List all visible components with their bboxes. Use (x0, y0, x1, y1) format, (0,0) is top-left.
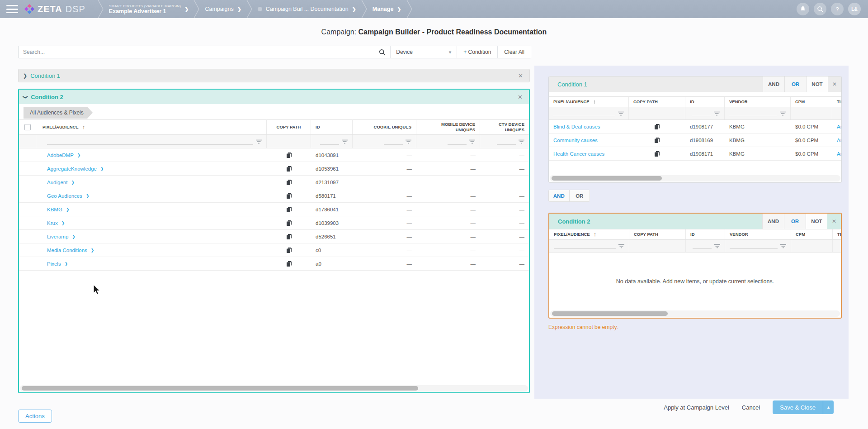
horizontal-scrollbar[interactable] (550, 310, 840, 317)
and-operator-button[interactable]: AND (762, 214, 784, 229)
column-header-id[interactable]: ID (685, 97, 725, 107)
search-icon[interactable] (379, 49, 386, 56)
not-operator-button[interactable]: NOT (806, 214, 827, 229)
column-header-copy-path[interactable]: COPY PATH (629, 229, 686, 239)
sort-ascending-icon[interactable]: ↑ (594, 231, 597, 238)
pixel-audience-link[interactable]: Media Conditions (47, 248, 87, 253)
caret-up-icon[interactable]: ▲ (823, 400, 834, 414)
column-header-vendor[interactable]: VENDOR (725, 229, 791, 239)
filter-input[interactable] (730, 248, 778, 249)
filter-input[interactable] (554, 248, 616, 249)
horizontal-scrollbar[interactable] (20, 385, 528, 391)
search-input[interactable] (23, 49, 379, 55)
pixel-audience-link[interactable]: Health Cancer causes (553, 151, 604, 157)
filter-input[interactable] (692, 116, 711, 116)
pixel-audience-link[interactable]: AdobeDMP (47, 153, 74, 158)
filter-icon[interactable] (780, 244, 786, 248)
select-all-checkbox[interactable] (24, 124, 31, 130)
pixel-audience-link[interactable]: Blind & Deaf causes (553, 124, 600, 129)
filter-icon[interactable] (780, 111, 786, 116)
filter-input[interactable] (497, 144, 516, 145)
clipped-link[interactable]: An (837, 124, 841, 129)
filter-icon[interactable] (519, 139, 524, 144)
save-close-button[interactable]: Save & Close (773, 400, 823, 414)
copy-path-icon[interactable] (654, 137, 660, 143)
scrollbar-thumb[interactable] (552, 176, 662, 181)
copy-path-icon[interactable] (286, 220, 292, 226)
column-header-pixel-audience[interactable]: PIXEL/AUDIENCE ↑ (36, 120, 267, 134)
filter-input[interactable] (47, 144, 253, 145)
copy-path-icon[interactable] (286, 179, 292, 186)
close-icon[interactable]: ✕ (827, 218, 841, 224)
column-header-mobile-device-uniques[interactable]: MOBILE DEVICE UNIQUES (416, 120, 480, 134)
add-condition-button[interactable]: + Condition (457, 46, 497, 58)
sort-ascending-icon[interactable]: ↑ (593, 98, 596, 105)
filter-input[interactable] (729, 116, 777, 116)
column-header-clipped[interactable]: TIM (833, 229, 842, 239)
pixel-audience-link[interactable]: Liveramp (47, 234, 68, 239)
breadcrumb-campaign[interactable]: Campaign Buil ... Documentation ❯ (253, 6, 361, 12)
close-icon[interactable]: ✕ (828, 81, 841, 87)
copy-path-icon[interactable] (286, 166, 292, 172)
breadcrumb-manage[interactable]: Manage ❯ (368, 6, 406, 12)
column-header-copy-path[interactable]: COPY PATH (629, 97, 685, 107)
tab-all-audiences-pixels[interactable]: All Audiences & Pixels (24, 107, 87, 119)
column-header-pixel-audience[interactable]: PIXEL/AUDIENCE ↑ (549, 229, 629, 239)
clipped-link[interactable]: An (837, 138, 841, 143)
avatar[interactable]: L& (848, 3, 861, 15)
filter-input[interactable] (448, 144, 467, 145)
column-header-clipped[interactable]: TIM (832, 97, 841, 107)
column-header-id[interactable]: ID (311, 120, 353, 134)
copy-path-icon[interactable] (286, 152, 292, 158)
column-header-pixel-audience[interactable]: PIXEL/AUDIENCE ↑ (549, 97, 629, 107)
cancel-button[interactable]: Cancel (742, 404, 760, 411)
pixel-audience-link[interactable]: Community causes (553, 138, 598, 143)
breadcrumb-campaigns[interactable]: Campaigns ❯ (200, 6, 245, 12)
pixel-audience-link[interactable]: Pixels (47, 261, 61, 267)
copy-path-icon[interactable] (654, 151, 660, 157)
column-header-cpm[interactable]: CPM (791, 229, 833, 239)
pixel-audience-link[interactable]: Geo Audiences (47, 193, 82, 199)
column-header-copy-path[interactable]: COPY PATH (267, 120, 311, 134)
and-operator-button[interactable]: AND (763, 76, 784, 92)
joiner-and-button[interactable]: AND (549, 190, 569, 201)
filter-icon[interactable] (469, 139, 475, 144)
copy-path-icon[interactable] (286, 247, 292, 253)
or-operator-button[interactable]: OR (784, 214, 806, 229)
notifications-bell-icon[interactable] (797, 3, 809, 15)
pixel-audience-link[interactable]: Audigent (47, 180, 67, 185)
filter-input[interactable] (384, 144, 403, 145)
close-icon[interactable]: ✕ (516, 94, 524, 100)
chevron-down-icon[interactable]: ❯ (23, 95, 28, 99)
pixel-audience-link[interactable]: AggregateKnowledge (47, 166, 97, 172)
column-header-cookie-uniques[interactable]: COOKIE UNIQUES (353, 120, 416, 134)
filter-icon[interactable] (406, 139, 411, 144)
condition-1-collapsed-bar[interactable]: ❯ Condition 1 ✕ (18, 69, 530, 82)
column-header-vendor[interactable]: VENDOR (725, 97, 791, 107)
hamburger-menu-icon[interactable] (6, 5, 18, 13)
condition-2-header[interactable]: ❯ Condition 2 ✕ (19, 90, 529, 104)
copy-path-icon[interactable] (654, 124, 660, 130)
breadcrumb-advertiser[interactable]: SMART PROJECTS (VARIABLE MARGIN) Example… (104, 4, 193, 14)
pixel-audience-link[interactable]: KBMG (47, 207, 62, 212)
clear-all-button[interactable]: Clear All (498, 46, 531, 58)
filter-icon[interactable] (618, 244, 624, 248)
actions-button[interactable]: Actions (18, 410, 52, 423)
copy-path-icon[interactable] (286, 206, 292, 213)
device-dropdown[interactable]: Device ▾ (391, 46, 457, 58)
or-operator-button[interactable]: OR (784, 76, 806, 92)
search-icon[interactable] (814, 3, 826, 15)
column-header-cpm[interactable]: CPM (791, 97, 832, 107)
not-operator-button[interactable]: NOT (806, 76, 828, 92)
apply-at-campaign-level-button[interactable]: Apply at Campaign Level (664, 404, 729, 411)
column-header-ctv-device-uniques[interactable]: CTV DEVICE UNIQUES (480, 120, 529, 134)
filter-icon[interactable] (618, 111, 624, 116)
scrollbar-thumb[interactable] (552, 311, 668, 316)
filter-icon[interactable] (342, 139, 348, 144)
chevron-right-icon[interactable]: ❯ (23, 73, 27, 79)
scrollbar-thumb[interactable] (22, 386, 418, 391)
filter-input[interactable] (693, 248, 712, 249)
filter-input[interactable] (320, 144, 339, 145)
filter-input[interactable] (553, 116, 615, 116)
column-header-id[interactable]: ID (686, 229, 725, 239)
